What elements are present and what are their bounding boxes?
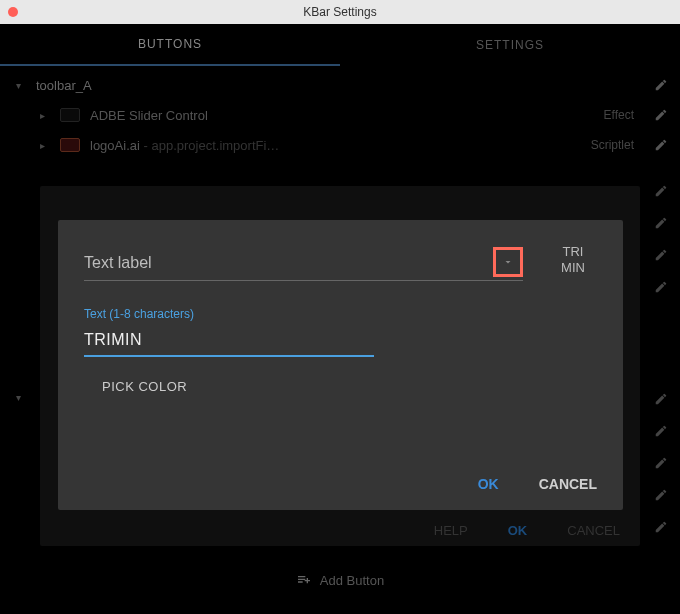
- label-type-dropdown[interactable]: Text label: [84, 245, 523, 281]
- tab-settings[interactable]: SETTINGS: [340, 24, 680, 66]
- item-type: Effect: [604, 108, 634, 122]
- tab-buttons[interactable]: BUTTONS: [0, 24, 340, 66]
- add-button-row[interactable]: Add Button: [0, 572, 680, 588]
- edit-column: [652, 182, 670, 296]
- help-button[interactable]: HELP: [434, 523, 468, 538]
- add-list-icon: [296, 572, 312, 588]
- edit-column: [652, 390, 670, 536]
- toolbar-name: toolbar_A: [36, 78, 642, 93]
- pencil-icon[interactable]: [652, 246, 670, 264]
- chevron-down-icon: [502, 256, 514, 268]
- window-controls[interactable]: [8, 7, 18, 17]
- dropdown-label: Text label: [84, 254, 152, 272]
- tab-bar: BUTTONS SETTINGS: [0, 24, 680, 66]
- cancel-button[interactable]: CANCEL: [539, 476, 597, 492]
- item-label: logoAi.ai - app.project.importFi…: [90, 138, 581, 153]
- chevron-down-icon[interactable]: ▾: [16, 392, 21, 403]
- close-icon[interactable]: [8, 7, 18, 17]
- pencil-icon[interactable]: [652, 136, 670, 154]
- pick-color-button[interactable]: PICK COLOR: [102, 379, 597, 394]
- titlebar: KBar Settings: [0, 0, 680, 24]
- label-text-input[interactable]: [84, 327, 374, 357]
- item-thumb: [60, 138, 80, 152]
- chevron-right-icon[interactable]: ▸: [34, 140, 50, 151]
- chevron-down-icon[interactable]: ▾: [10, 80, 26, 91]
- toolbar-group-header[interactable]: ▾ toolbar_A: [10, 70, 670, 100]
- pencil-icon[interactable]: [652, 422, 670, 440]
- list-item[interactable]: ▸ ADBE Slider Control Effect: [10, 100, 670, 130]
- text-label-modal: Text label TRI MIN Text (1-8 characters)…: [58, 220, 623, 510]
- item-label: ADBE Slider Control: [90, 108, 594, 123]
- pencil-icon[interactable]: [652, 454, 670, 472]
- label-preview: TRI MIN: [549, 244, 597, 281]
- pencil-icon[interactable]: [652, 106, 670, 124]
- list-item[interactable]: ▸ logoAi.ai - app.project.importFi… Scri…: [10, 130, 670, 160]
- panel-actions: HELP OK CANCEL: [434, 523, 620, 538]
- dropdown-arrow-highlight[interactable]: [493, 247, 523, 277]
- pencil-icon[interactable]: [652, 278, 670, 296]
- ok-button[interactable]: OK: [508, 523, 528, 538]
- pencil-icon[interactable]: [652, 214, 670, 232]
- item-type: Scriptlet: [591, 138, 634, 152]
- field-hint: Text (1-8 characters): [84, 307, 374, 321]
- chevron-right-icon[interactable]: ▸: [34, 110, 50, 121]
- pencil-icon[interactable]: [652, 518, 670, 536]
- pencil-icon[interactable]: [652, 76, 670, 94]
- pencil-icon[interactable]: [652, 486, 670, 504]
- pencil-icon[interactable]: [652, 182, 670, 200]
- item-thumb: [60, 108, 80, 122]
- add-button-label: Add Button: [320, 573, 384, 588]
- window-title: KBar Settings: [303, 5, 376, 19]
- ok-button[interactable]: OK: [478, 476, 499, 492]
- cancel-button[interactable]: CANCEL: [567, 523, 620, 538]
- pencil-icon[interactable]: [652, 390, 670, 408]
- content-area: ▾ toolbar_A ▸ ADBE Slider Control Effect…: [0, 66, 680, 160]
